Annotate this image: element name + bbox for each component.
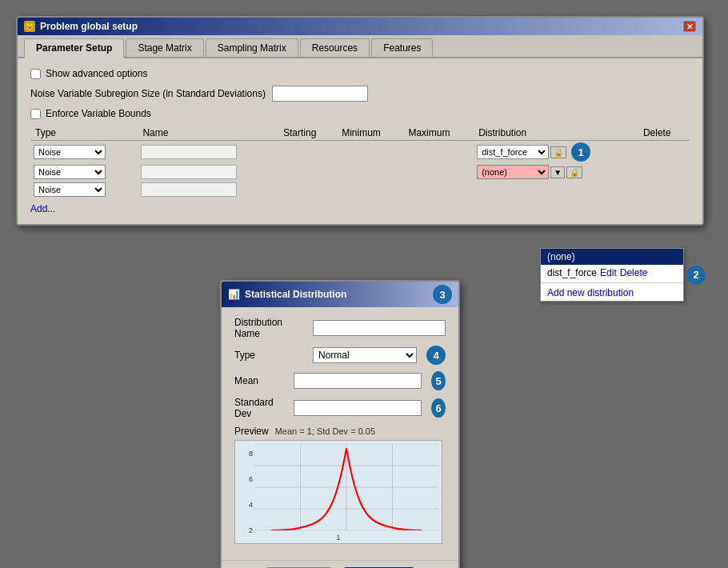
- type-select-1[interactable]: Noise: [34, 145, 106, 159]
- col-name: Name: [138, 126, 278, 141]
- main-dialog: 🐱 Problem global setup ✕ Parameter Setup…: [16, 16, 704, 226]
- param-table: Type Name Starting Minimum Maximum Distr…: [30, 126, 690, 198]
- stat-dialog: 📊 Statistical Distribution 3 Distributio…: [220, 280, 460, 568]
- type-label: Type: [234, 350, 306, 361]
- dd-divider: [541, 282, 683, 283]
- table-row: Noise SCALE (none) ▼ 🔒: [30, 163, 690, 181]
- enforce-label: Enforce Variable Bounds: [46, 108, 151, 119]
- content-area: Show advanced options Noise Variable Sub…: [18, 58, 702, 224]
- type-select[interactable]: Normal: [313, 347, 417, 363]
- col-maximum: Maximum: [403, 126, 474, 141]
- dist-cell-1: dist_f_force 🔒 1: [477, 142, 635, 162]
- stddev-row: Standard Dev 0.05 6: [234, 397, 446, 419]
- y-label-8: 8: [249, 450, 253, 458]
- annotation-5: 5: [431, 371, 446, 390]
- stat-title: Statistical Distribution: [245, 289, 346, 300]
- col-minimum: Minimum: [337, 126, 403, 141]
- title-bar: 🐱 Problem global setup ✕: [18, 18, 702, 35]
- show-advanced-row: Show advanced options: [30, 68, 690, 79]
- stddev-input[interactable]: 0.05: [294, 400, 422, 416]
- dialog-buttons: Cancel OK 7: [222, 560, 458, 568]
- table-row: Noise FRIC: [30, 181, 690, 198]
- dialog-title: Problem global setup: [40, 21, 138, 32]
- type-row: Type Normal 4: [234, 346, 446, 365]
- dist-select-2[interactable]: (none): [477, 165, 549, 179]
- stddev-label: Standard Dev: [234, 397, 287, 419]
- name-input-1: f_force: [141, 145, 237, 159]
- tab-stage-matrix[interactable]: Stage Matrix: [126, 38, 203, 57]
- mean-input[interactable]: 1: [294, 373, 422, 389]
- dd-add-new[interactable]: Add new distribution: [541, 285, 683, 301]
- col-type: Type: [30, 126, 138, 141]
- annotation-4: 4: [426, 346, 446, 365]
- stat-content: Distribution Name dist_scale Type Normal…: [222, 307, 458, 560]
- type-select-2[interactable]: Noise: [34, 165, 106, 179]
- dist-cell-2: (none) ▼ 🔒: [477, 165, 635, 179]
- tab-bar: Parameter Setup Stage Matrix Sampling Ma…: [18, 35, 702, 58]
- dd-item-none[interactable]: (none): [541, 249, 683, 265]
- noise-size-row: Noise Variable Subregion Size (in Standa…: [30, 86, 690, 102]
- name-input-3: FRIC: [141, 182, 237, 197]
- preview-text: Mean = 1; Std Dev = 0.05: [275, 426, 375, 436]
- mean-row: Mean 1 5: [234, 371, 446, 390]
- type-select-3[interactable]: Noise: [34, 182, 106, 197]
- dd-add-link[interactable]: Add new distribution: [547, 287, 634, 298]
- tab-features[interactable]: Features: [371, 38, 433, 57]
- lock-btn-2[interactable]: ▼: [550, 166, 565, 178]
- dropdown-popup: (none) dist_f_force Edit Delete Add new …: [540, 248, 684, 302]
- preview-label: Preview: [234, 426, 269, 437]
- show-advanced-label: Show advanced options: [46, 68, 147, 79]
- tab-resources[interactable]: Resources: [300, 38, 370, 57]
- show-advanced-checkbox[interactable]: [30, 69, 41, 79]
- y-label-6: 6: [249, 475, 253, 483]
- annotation-3: 3: [433, 285, 452, 304]
- dd-edit-link[interactable]: Edit: [600, 267, 617, 278]
- stat-title-bar: 📊 Statistical Distribution 3: [222, 282, 458, 307]
- noise-size-input[interactable]: 2.0 (default): [272, 86, 368, 102]
- close-button[interactable]: ✕: [683, 21, 696, 32]
- col-delete: Delete: [638, 126, 690, 141]
- tab-parameter-setup[interactable]: Parameter Setup: [24, 38, 124, 58]
- y-label-2: 2: [249, 526, 253, 534]
- table-row: Noise f_force dist_f_force 🔒 1: [30, 141, 690, 164]
- dist-name-row: Distribution Name dist_scale: [234, 317, 446, 339]
- dist-select-1[interactable]: dist_f_force: [477, 145, 549, 159]
- preview-section: Preview Mean = 1; Std Dev = 0.05 8 6 4 2: [234, 426, 446, 544]
- dd-delete-link[interactable]: Delete: [620, 267, 648, 278]
- chart-y-labels: 8 6 4 2: [235, 441, 254, 543]
- noise-size-label: Noise Variable Subregion Size (in Standa…: [30, 88, 266, 99]
- annotation-6: 6: [431, 398, 446, 418]
- enforce-checkbox[interactable]: [30, 109, 41, 119]
- title-icon: 🐱: [24, 21, 35, 32]
- stat-title-icon: 📊: [228, 289, 240, 300]
- dd-item-dist-force: dist_f_force Edit Delete: [541, 265, 683, 281]
- chart-svg: [254, 444, 438, 530]
- annotation-1: 1: [571, 142, 590, 162]
- dist-name-label: Distribution Name: [234, 317, 306, 339]
- dist-name-input[interactable]: dist_scale: [313, 320, 446, 336]
- col-distribution: Distribution: [474, 126, 638, 141]
- mean-label: Mean: [234, 375, 287, 386]
- lock-btn-1[interactable]: 🔒: [550, 146, 566, 158]
- chart-area: 8 6 4 2: [234, 440, 442, 544]
- chart-x-label: 1: [336, 534, 340, 542]
- col-starting: Starting: [278, 126, 337, 141]
- enforce-row: Enforce Variable Bounds: [30, 108, 690, 119]
- add-link[interactable]: Add...: [30, 203, 55, 214]
- tab-sampling-matrix[interactable]: Sampling Matrix: [206, 38, 298, 57]
- y-label-4: 4: [249, 501, 253, 509]
- dd-dist-label: dist_f_force: [547, 267, 597, 278]
- lock-btn-2b[interactable]: 🔒: [566, 166, 582, 178]
- annotation-2: 2: [686, 266, 706, 285]
- name-input-2: SCALE: [141, 165, 237, 179]
